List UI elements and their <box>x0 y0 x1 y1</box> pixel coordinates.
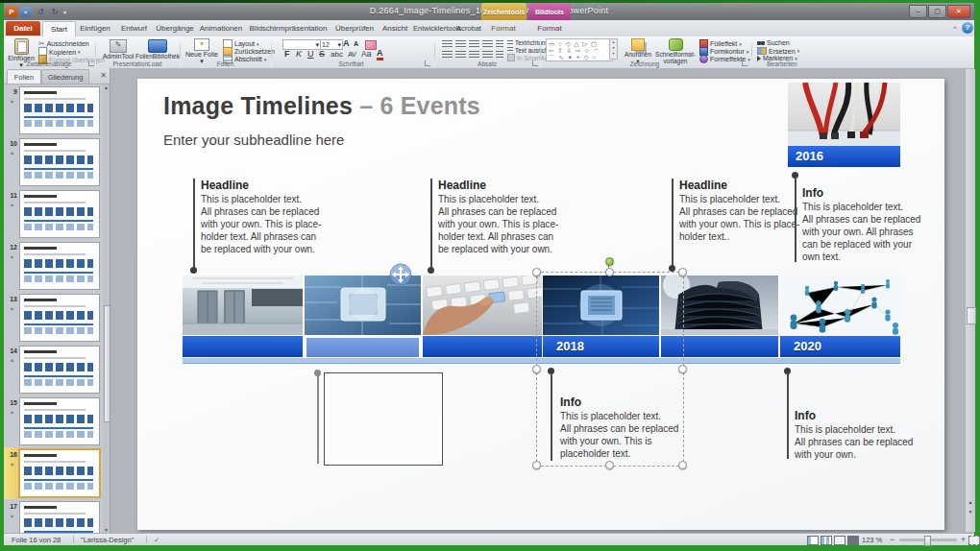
connector-line[interactable] <box>551 373 552 461</box>
line-spacing-icon[interactable] <box>496 40 503 48</box>
previous-slide-icon[interactable]: ▲ <box>966 499 975 505</box>
info-block-top-right[interactable]: Info This is placeholder text. All phras… <box>802 186 932 263</box>
headline-block-1[interactable]: Headline This is placeholder text. All p… <box>201 179 347 255</box>
paragraph-dialog-launcher[interactable] <box>532 60 538 66</box>
connector-line[interactable] <box>430 179 432 271</box>
event-photo-3-keyboard-hand[interactable] <box>423 276 542 335</box>
slide-thumbnail-11[interactable]: 11 ✶ <box>4 188 103 240</box>
selection-handle-ne[interactable] <box>678 268 687 276</box>
panel-close-icon[interactable]: ✕ <box>100 71 107 80</box>
admintool-button[interactable]: ✎ AdminTool <box>100 39 136 60</box>
shapes-gallery[interactable]: ▭ ○ ◇ △ ▷ ▢ ⇦ ⇧ ⇩ ⇨ ☆ ◠ ⌒ ∿ ✶ + ◇ ○ <box>546 38 613 61</box>
scroll-up-icon[interactable]: ▲ <box>103 84 110 90</box>
replace-button[interactable]: Ersetzen ▾ <box>757 47 799 55</box>
slide-thumbnail-9[interactable]: 9 ✶ <box>4 84 103 136</box>
event-bar-6[interactable]: 2020 <box>780 336 900 357</box>
connector-line[interactable] <box>317 375 319 464</box>
tab-animationen[interactable]: Animationen <box>198 21 244 36</box>
event-bar-2-dragging[interactable] <box>306 338 419 357</box>
editor-scrollbar[interactable]: ▲ ▼ <box>965 69 975 532</box>
drawing-dialog-launcher[interactable] <box>742 60 747 66</box>
zoom-out-icon[interactable]: − <box>890 535 894 544</box>
event-bar-2016[interactable]: 2016 <box>788 146 900 167</box>
tab-folien[interactable]: Folien <box>7 69 41 84</box>
next-slide-icon[interactable]: ▼ <box>966 509 975 515</box>
slide-thumbnail-12[interactable]: 12 ✶ <box>4 240 103 292</box>
clipboard-dialog-launcher[interactable] <box>88 60 94 66</box>
tab-format-drawing[interactable]: Format <box>483 21 524 36</box>
info-block-bottom-middle[interactable]: Info This is placeholder text. All phras… <box>560 395 695 460</box>
numbering-icon[interactable] <box>455 40 466 48</box>
grow-font-button[interactable]: A <box>343 38 350 48</box>
tab-acrobat[interactable]: Acrobat <box>456 21 481 36</box>
shrink-font-button[interactable]: A <box>354 40 358 47</box>
font-dialog-launcher[interactable] <box>425 60 430 66</box>
align-right-icon[interactable] <box>469 51 479 59</box>
selection-handle-w[interactable] <box>532 365 541 373</box>
slide-canvas[interactable]: Image Timelines – 6 Events Enter your su… <box>137 79 944 530</box>
editor-scroll-thumb[interactable] <box>967 307 976 324</box>
fit-to-window-icon[interactable] <box>968 536 980 545</box>
increase-indent-icon[interactable] <box>482 40 493 48</box>
tab-entwurf[interactable]: Entwurf <box>116 21 152 36</box>
sidebar-scrollbar[interactable]: ▲ ▼ <box>103 84 110 533</box>
info-block-bottom-right[interactable]: Info This is placeholder text. All phras… <box>795 409 929 461</box>
tab-ueberpruefen[interactable]: Überprüfen <box>332 21 377 36</box>
slideshow-view-icon[interactable] <box>847 536 859 545</box>
slide-title[interactable]: Image Timelines – 6 Events <box>163 92 480 120</box>
align-left-icon[interactable] <box>442 51 453 59</box>
minimize-ribbon-icon[interactable]: ^ <box>949 22 961 35</box>
slide-thumbnail-17[interactable]: 17 ✶ <box>4 499 103 533</box>
headline-block-2[interactable]: Headline This is placeholder text. All p… <box>438 179 584 255</box>
maximize-button[interactable]: ▢ <box>928 5 946 18</box>
empty-image-placeholder[interactable] <box>324 372 443 466</box>
slide-thumbnail-15[interactable]: 15 ✶ <box>4 395 103 447</box>
tab-uebergaenge[interactable]: Übergänge <box>154 21 196 36</box>
tab-entwicklertools[interactable]: Entwicklertools <box>413 21 455 36</box>
tab-format-picture[interactable]: Format <box>529 21 570 36</box>
event-photo-6-people-network[interactable] <box>780 276 900 335</box>
zoom-in-icon[interactable]: + <box>961 535 966 544</box>
tab-ansicht[interactable]: Ansicht <box>379 21 411 36</box>
event-photo-1-lobby[interactable] <box>183 276 303 335</box>
tab-einfuegen[interactable]: Einfügen <box>76 21 114 36</box>
connector-line[interactable] <box>193 179 195 271</box>
decrease-indent-icon[interactable] <box>469 40 479 48</box>
rotate-handle[interactable] <box>605 257 614 266</box>
normal-view-icon[interactable] <box>807 536 819 545</box>
slide-thumbnail-16-selected[interactable]: 16 ✶ <box>4 447 103 499</box>
folienbibliothek-button[interactable]: FolienBibliothek <box>136 39 179 60</box>
connector-line[interactable] <box>787 373 789 459</box>
connector-line[interactable] <box>672 179 674 269</box>
close-button[interactable]: ✕ <box>947 5 970 18</box>
tab-datei[interactable]: Datei <box>6 21 40 36</box>
minimize-button[interactable]: – <box>909 5 927 18</box>
help-icon[interactable]: ? <box>962 22 973 34</box>
selection-handle-sw[interactable] <box>532 461 541 469</box>
spellcheck-icon[interactable]: ✓ <box>154 536 159 544</box>
tab-bildschirmpraesentation[interactable]: Bildschirmpräsentation <box>246 21 331 36</box>
selection-handle-nw[interactable] <box>532 268 541 276</box>
italic-button[interactable]: K <box>296 49 302 59</box>
bold-button[interactable]: F <box>284 49 290 59</box>
selection-handle-se[interactable] <box>678 461 687 469</box>
zoom-slider-thumb[interactable] <box>924 536 931 546</box>
change-case-button[interactable]: Aa <box>361 49 371 59</box>
selection-handle-e[interactable] <box>678 365 687 373</box>
align-center-icon[interactable] <box>455 51 466 59</box>
tab-gliederung[interactable]: Gliederung <box>41 69 89 84</box>
context-tab-drawing-tools[interactable]: Zeichentools <box>481 3 527 20</box>
font-color-button[interactable]: A <box>377 49 383 60</box>
context-tab-picture-tools[interactable]: Bildtools <box>528 3 571 20</box>
find-button[interactable]: Suchen <box>757 39 790 46</box>
reading-view-icon[interactable] <box>834 536 845 545</box>
shapes-scroll[interactable]: ▴▾▾ <box>609 38 618 60</box>
slide-sorter-view-icon[interactable] <box>821 536 832 545</box>
slide-thumbnail-14[interactable]: 14 ✶ <box>4 344 103 395</box>
justify-icon[interactable] <box>482 51 493 59</box>
sidebar-scroll-thumb[interactable] <box>104 305 110 422</box>
slide-thumbnail-10[interactable]: 10 ✶ <box>4 136 103 188</box>
tab-start[interactable]: Start <box>42 21 76 36</box>
event-bar-1[interactable] <box>183 336 303 357</box>
slide-subheadline[interactable]: Enter your subheadline here <box>163 132 344 148</box>
